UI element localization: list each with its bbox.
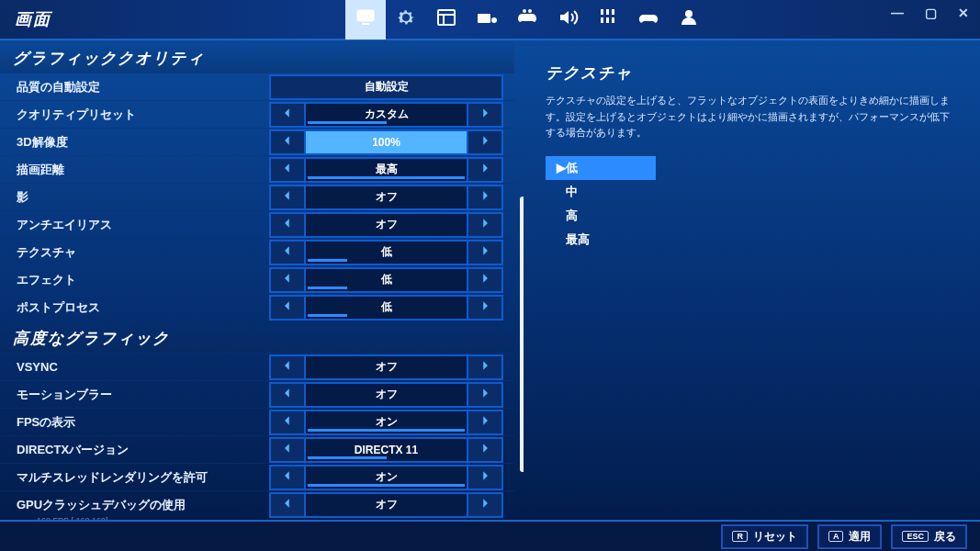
setting-row[interactable]: モーションブラーオフ <box>0 380 514 408</box>
prev-arrow[interactable] <box>269 129 306 155</box>
setting-value: 低 <box>306 295 467 320</box>
prev-arrow[interactable] <box>269 295 306 320</box>
setting-row[interactable]: クオリティプリセットカスタム <box>0 100 514 128</box>
next-arrow[interactable] <box>467 157 503 183</box>
chevron-left-icon <box>281 299 294 316</box>
setting-row[interactable]: DIRECTXバージョンDIRECTX 11 <box>0 435 514 463</box>
setting-row[interactable]: 品質の自動設定自動設定 <box>0 73 514 100</box>
prev-arrow[interactable] <box>269 437 306 463</box>
chevron-left-icon <box>281 272 294 288</box>
prev-arrow[interactable] <box>269 185 306 210</box>
prev-arrow[interactable] <box>269 267 306 293</box>
prev-arrow[interactable] <box>269 465 306 490</box>
gear-icon <box>395 6 417 32</box>
chevron-right-icon <box>479 497 491 513</box>
setting-row[interactable]: マルチスレッドレンダリングを許可オン <box>0 463 514 490</box>
section-header: 高度なグラフィック <box>0 320 514 353</box>
footer-bar: RリセットA適用ESC戻る <box>0 520 980 551</box>
setting-value: DIRECTX 11 <box>306 437 467 463</box>
auto-set-button[interactable]: 自動設定 <box>269 74 503 100</box>
setting-row[interactable]: エフェクト低 <box>0 265 514 293</box>
key-badge: A <box>828 531 844 542</box>
tab-controller2[interactable] <box>628 0 669 39</box>
tab-display[interactable] <box>345 0 386 39</box>
next-arrow[interactable] <box>467 129 503 155</box>
setting-value: オフ <box>306 185 467 210</box>
prev-arrow[interactable] <box>269 212 306 238</box>
next-arrow[interactable] <box>467 240 503 265</box>
next-arrow[interactable] <box>467 354 503 380</box>
tab-kbm[interactable] <box>467 0 507 39</box>
footer-戻る[interactable]: ESC戻る <box>891 524 967 549</box>
svg-point-6 <box>491 17 497 23</box>
setting-row[interactable]: 3D解像度100% <box>0 128 514 155</box>
prev-arrow[interactable] <box>269 492 306 518</box>
chevron-right-icon <box>479 414 491 431</box>
setting-label: VSYNC <box>17 360 269 374</box>
svg-rect-1 <box>362 23 369 25</box>
setting-row[interactable]: 影オフ <box>0 183 514 210</box>
setting-row[interactable]: GPUクラッシュデバッグの使用オフ <box>0 490 514 518</box>
next-arrow[interactable] <box>467 437 503 463</box>
next-arrow[interactable] <box>467 212 503 238</box>
footer-適用[interactable]: A適用 <box>817 524 883 549</box>
setting-row[interactable]: 描画距離最高 <box>0 155 514 183</box>
setting-label: マルチスレッドレンダリングを許可 <box>17 469 269 486</box>
footer-label: 戻る <box>934 529 956 545</box>
setting-label: テクスチャ <box>17 244 269 261</box>
tab-ui[interactable] <box>426 0 467 39</box>
setting-row[interactable]: ポストプロセス低 <box>0 293 514 320</box>
scrollbar[interactable] <box>520 197 524 472</box>
tab-account[interactable] <box>669 0 709 39</box>
settings-list: グラフィッククオリティ品質の自動設定自動設定クオリティプリセットカスタム3D解像… <box>0 40 524 531</box>
next-arrow[interactable] <box>467 492 503 518</box>
chevron-left-icon <box>281 497 294 513</box>
setting-row[interactable]: FPSの表示オン <box>0 408 514 435</box>
setting-row[interactable]: アンチエイリアスオフ <box>0 210 514 238</box>
help-option[interactable]: 高 <box>546 204 656 228</box>
setting-label: 3D解像度 <box>17 134 269 151</box>
footer-リセット[interactable]: Rリセット <box>721 524 808 549</box>
prev-arrow[interactable] <box>269 354 306 380</box>
page-title: 画面 <box>0 8 51 30</box>
setting-row[interactable]: テクスチャ低 <box>0 238 514 265</box>
svg-point-7 <box>523 9 526 13</box>
help-option[interactable]: 最高 <box>546 228 656 252</box>
setting-value: 低 <box>306 267 467 293</box>
next-arrow[interactable] <box>467 295 503 320</box>
setting-label: 影 <box>17 189 269 206</box>
prev-arrow[interactable] <box>269 382 306 408</box>
next-arrow[interactable] <box>467 410 503 435</box>
tab-game[interactable] <box>386 0 426 39</box>
tab-touch[interactable] <box>588 0 628 39</box>
next-arrow[interactable] <box>467 267 503 293</box>
prev-arrow[interactable] <box>269 102 306 128</box>
chevron-left-icon <box>281 244 294 261</box>
tab-controller[interactable] <box>507 0 547 39</box>
maximize-button[interactable]: ▢ <box>914 0 947 26</box>
svg-rect-14 <box>612 17 614 23</box>
next-arrow[interactable] <box>467 185 503 210</box>
monitor-icon <box>355 6 377 32</box>
setting-label: GPUクラッシュデバッグの使用 <box>17 497 269 513</box>
setting-label: アンチエイリアス <box>17 217 269 233</box>
audio-icon <box>557 6 579 32</box>
keyboard-icon <box>476 6 498 32</box>
prev-arrow[interactable] <box>269 240 306 265</box>
svg-point-15 <box>685 10 693 17</box>
help-description: テクスチャの設定を上げると、フラットなオブジェクトの表面をよりきめ細かに描画しま… <box>546 93 958 141</box>
prev-arrow[interactable] <box>269 410 306 435</box>
chevron-left-icon <box>281 162 294 178</box>
help-option[interactable]: 中 <box>546 180 656 204</box>
key-badge: ESC <box>902 531 929 542</box>
tab-audio[interactable] <box>547 0 588 39</box>
close-button[interactable]: ✕ <box>947 0 980 26</box>
setting-row[interactable]: VSYNCオフ <box>0 353 514 380</box>
next-arrow[interactable] <box>467 465 503 490</box>
minimize-button[interactable]: — <box>881 0 914 26</box>
next-arrow[interactable] <box>467 102 503 128</box>
help-option[interactable]: ▶低 <box>546 156 656 180</box>
prev-arrow[interactable] <box>269 157 306 183</box>
next-arrow[interactable] <box>467 382 503 408</box>
setting-value: オフ <box>306 492 467 518</box>
